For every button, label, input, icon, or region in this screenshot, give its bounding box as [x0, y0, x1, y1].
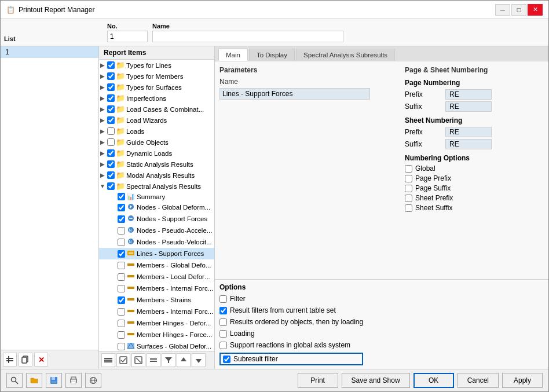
cb-member-hinges-force[interactable]	[118, 331, 125, 339]
cb-members-local-deform[interactable]	[118, 273, 125, 281]
cb-loads[interactable]	[107, 127, 115, 135]
tree-item-nodes-support-forces[interactable]: Nodes - Support Forces	[99, 213, 214, 225]
page-suffix-input[interactable]	[445, 101, 492, 112]
tree-item-nodes-pseudo-accel[interactable]: N Nodes - Pseudo-Accele...	[99, 225, 214, 236]
subresult-filter-highlighted: Subresult filter	[219, 353, 363, 365]
tree-item-static-analysis[interactable]: ▶ 📁 Static Analysis Results	[99, 159, 214, 170]
cb-imperfections[interactable]	[107, 94, 115, 102]
no-input[interactable]	[107, 31, 148, 42]
cb-nodes-global-deform[interactable]	[118, 204, 125, 211]
cb-members-strains[interactable]	[118, 296, 125, 304]
cb-opt-sheet-prefix[interactable]	[405, 195, 412, 202]
cb-dynamic-loads[interactable]	[107, 149, 115, 157]
param-name-input[interactable]	[219, 88, 370, 100]
tree-item-modal-analysis[interactable]: ▶ 📁 Modal Analysis Results	[99, 170, 214, 181]
footer-folder-button[interactable]	[26, 373, 42, 388]
tree-item-members-global-defo[interactable]: Members - Global Defo...	[99, 259, 214, 271]
tree-check-all-button[interactable]	[116, 353, 130, 367]
cb-opt-page-suffix[interactable]	[405, 185, 412, 192]
cancel-button[interactable]: Cancel	[458, 373, 499, 388]
tab-main[interactable]: Main	[218, 49, 248, 61]
cb-types-members[interactable]	[107, 72, 115, 80]
footer-print-button[interactable]	[65, 373, 82, 388]
print-button[interactable]: Print	[298, 373, 338, 388]
sheet-prefix-input[interactable]	[445, 127, 492, 137]
tree-uncheck-all-button[interactable]	[131, 353, 145, 367]
cb-types-surfaces[interactable]	[107, 83, 115, 91]
add-list-button[interactable]	[3, 353, 17, 367]
tab-to-display[interactable]: To Display	[249, 49, 295, 61]
tree-add-button[interactable]	[101, 353, 115, 367]
cb-filter[interactable]	[219, 295, 227, 303]
cb-results-ordered[interactable]	[219, 318, 227, 326]
tree-item-summary[interactable]: 📊 Summary	[99, 192, 214, 202]
footer-translate-button[interactable]	[85, 373, 101, 388]
parameters-title: Parameters	[219, 66, 396, 74]
cb-opt-global[interactable]	[405, 165, 412, 173]
tree-item-nodes-global-deform[interactable]: Nodes - Global Deform...	[99, 202, 214, 213]
tree-item-imperfections[interactable]: ▶ 📁 Imperfections	[99, 93, 214, 104]
cb-summary[interactable]	[118, 193, 125, 200]
name-input[interactable]	[152, 31, 343, 42]
cb-static-analysis[interactable]	[107, 160, 115, 168]
minimize-button[interactable]: ─	[495, 4, 510, 16]
tree-item-types-lines[interactable]: ▶ 📁 Types for Lines	[99, 60, 214, 71]
footer-save-button[interactable]	[46, 373, 62, 388]
tree-item-lines-support[interactable]: Lines - Support Forces	[99, 248, 214, 259]
tree-item-members-strains[interactable]: Members - Strains	[99, 294, 214, 306]
cb-modal-analysis[interactable]	[107, 171, 115, 179]
tree-item-member-hinges-force[interactable]: Member Hinges - Force...	[99, 329, 214, 340]
cb-types-lines[interactable]	[107, 61, 115, 69]
tree-filter-button[interactable]	[162, 353, 175, 367]
tree-item-surfaces-global-defor[interactable]: Surfaces - Global Defor...	[99, 340, 214, 351]
apply-button[interactable]: Apply	[502, 373, 543, 388]
tree-item-member-hinges-defor[interactable]: Member Hinges - Defor...	[99, 317, 214, 329]
cb-opt-page-prefix[interactable]	[405, 175, 412, 182]
tree-item-nodes-pseudo-veloc[interactable]: N Nodes - Pseudo-Velocit...	[99, 236, 214, 248]
tree-up-button[interactable]	[177, 353, 191, 367]
cb-members-internal-2[interactable]	[118, 308, 125, 316]
tree-item-types-surfaces[interactable]: ▶ 📁 Types for Surfaces	[99, 82, 214, 93]
sheet-suffix-input[interactable]	[445, 139, 492, 149]
tree-item-members-internal-2[interactable]: Members - Internal Forc...	[99, 306, 214, 317]
cb-opt-sheet-suffix[interactable]	[405, 204, 412, 212]
tree-item-loads[interactable]: ▶ 📁 Loads	[99, 126, 214, 137]
tree-item-load-cases[interactable]: ▶ 📁 Load Cases & Combinat...	[99, 104, 214, 115]
cb-support-reactions[interactable]	[219, 342, 227, 349]
cb-loading[interactable]	[219, 330, 227, 338]
cb-load-wizards[interactable]	[107, 116, 115, 124]
cb-spectral-analysis[interactable]	[107, 182, 115, 190]
maximize-button[interactable]: □	[511, 4, 526, 16]
delete-list-button[interactable]: ✕	[34, 353, 48, 367]
svg-rect-27	[120, 357, 127, 364]
tree-item-members-internal-1[interactable]: Members - Internal Forc...	[99, 283, 214, 294]
cb-subresult-filter[interactable]	[223, 356, 230, 363]
ok-button[interactable]: OK	[413, 373, 454, 388]
cb-load-cases[interactable]	[107, 105, 115, 113]
copy-list-button[interactable]	[19, 353, 32, 367]
close-button[interactable]: ✕	[528, 4, 543, 16]
page-prefix-input[interactable]	[445, 89, 492, 100]
tree-down-button[interactable]	[192, 353, 206, 367]
save-show-button[interactable]: Save and Show	[342, 373, 410, 388]
cb-member-hinges-defor[interactable]	[118, 320, 125, 327]
tree-item-load-wizards[interactable]: ▶ 📁 Load Wizards	[99, 115, 214, 126]
footer-search-button[interactable]	[6, 373, 23, 388]
cb-lines-support[interactable]	[118, 250, 125, 258]
cb-nodes-pseudo-veloc[interactable]	[118, 239, 125, 246]
tab-spectral[interactable]: Spectral Analysis Subresults	[296, 49, 395, 61]
cb-result-filters[interactable]	[219, 307, 227, 314]
cb-nodes-pseudo-accel[interactable]	[118, 227, 125, 235]
cb-nodes-support-forces[interactable]	[118, 215, 125, 223]
cb-members-internal-1[interactable]	[118, 285, 125, 292]
tree-item-members-local-deform[interactable]: Members - Local Deform...	[99, 271, 214, 283]
cb-members-global-defo[interactable]	[118, 262, 125, 269]
cb-guide-objects[interactable]	[107, 138, 115, 146]
tree-move-button[interactable]	[147, 353, 160, 367]
cb-surfaces-global-defor[interactable]	[118, 343, 125, 350]
tree-item-types-members[interactable]: ▶ 📁 Types for Members	[99, 71, 214, 82]
tree-item-spectral-analysis[interactable]: ▼ 📁 Spectral Analysis Results	[99, 181, 214, 192]
list-item[interactable]: 1	[1, 46, 98, 58]
tree-item-dynamic-loads[interactable]: ▶ 📁 Dynamic Loads	[99, 148, 214, 159]
tree-item-guide-objects[interactable]: ▶ 📁 Guide Objects	[99, 137, 214, 148]
